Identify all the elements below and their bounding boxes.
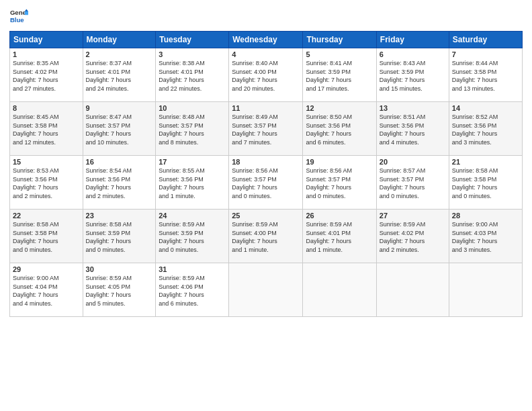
weekday-header-friday: Friday	[376, 32, 449, 48]
logo: General Blue	[9, 7, 28, 26]
day-info: Sunrise: 8:51 AMSunset: 3:56 PMDaylight:…	[380, 113, 446, 146]
day-info: Sunrise: 8:47 AMSunset: 3:57 PMDaylight:…	[86, 113, 153, 146]
day-number: 7	[452, 50, 519, 58]
calendar-cell: 7Sunrise: 8:44 AMSunset: 3:58 PMDaylight…	[449, 48, 522, 102]
calendar-cell: 21Sunrise: 8:58 AMSunset: 3:58 PMDayligh…	[449, 156, 522, 210]
day-number: 15	[13, 158, 80, 166]
day-info: Sunrise: 8:59 AMSunset: 4:05 PMDaylight:…	[86, 274, 153, 308]
header-row: SundayMondayTuesdayWednesdayThursdayFrid…	[10, 32, 523, 48]
day-info: Sunrise: 8:40 AMSunset: 4:00 PMDaylight:…	[232, 59, 300, 93]
day-info: Sunrise: 8:53 AMSunset: 3:56 PMDaylight:…	[13, 167, 80, 200]
day-number: 18	[232, 158, 300, 166]
day-number: 16	[86, 158, 153, 166]
day-info: Sunrise: 8:56 AMSunset: 3:57 PMDaylight:…	[306, 167, 373, 200]
calendar-cell: 20Sunrise: 8:57 AMSunset: 3:57 PMDayligh…	[376, 156, 449, 210]
day-info: Sunrise: 8:59 AMSunset: 4:01 PMDaylight:…	[306, 220, 373, 254]
calendar-cell: 15Sunrise: 8:53 AMSunset: 3:56 PMDayligh…	[10, 156, 83, 210]
day-number: 13	[380, 104, 446, 112]
day-number: 12	[306, 104, 373, 112]
day-info: Sunrise: 8:41 AMSunset: 3:59 PMDaylight:…	[306, 59, 373, 93]
calendar-cell: 22Sunrise: 8:58 AMSunset: 3:58 PMDayligh…	[10, 210, 83, 263]
calendar-cell: 31Sunrise: 8:59 AMSunset: 4:06 PMDayligh…	[156, 263, 229, 317]
day-info: Sunrise: 8:54 AMSunset: 3:56 PMDaylight:…	[86, 167, 153, 200]
weekday-header-saturday: Saturday	[449, 32, 522, 48]
day-number: 11	[232, 104, 300, 112]
weekday-header-tuesday: Tuesday	[156, 32, 229, 48]
day-number: 22	[13, 212, 80, 220]
calendar-cell: 4Sunrise: 8:40 AMSunset: 4:00 PMDaylight…	[229, 48, 303, 102]
day-info: Sunrise: 8:50 AMSunset: 3:56 PMDaylight:…	[306, 113, 373, 146]
calendar-cell: 8Sunrise: 8:45 AMSunset: 3:58 PMDaylight…	[10, 102, 83, 156]
calendar-cell: 9Sunrise: 8:47 AMSunset: 3:57 PMDaylight…	[83, 102, 156, 156]
calendar-cell: 2Sunrise: 8:37 AMSunset: 4:01 PMDaylight…	[83, 48, 156, 102]
day-info: Sunrise: 8:59 AMSunset: 4:06 PMDaylight:…	[159, 274, 226, 308]
week-row-1: 1Sunrise: 8:35 AMSunset: 4:02 PMDaylight…	[10, 48, 523, 102]
calendar-cell: 14Sunrise: 8:52 AMSunset: 3:56 PMDayligh…	[449, 102, 522, 156]
day-number: 25	[232, 212, 300, 220]
calendar-cell: 29Sunrise: 9:00 AMSunset: 4:04 PMDayligh…	[10, 263, 83, 317]
logo-icon: General Blue	[9, 7, 28, 26]
day-number: 10	[159, 104, 226, 112]
week-row-5: 29Sunrise: 9:00 AMSunset: 4:04 PMDayligh…	[10, 263, 523, 317]
day-info: Sunrise: 8:56 AMSunset: 3:57 PMDaylight:…	[232, 167, 300, 200]
day-number: 30	[86, 265, 153, 273]
day-number: 8	[13, 104, 80, 112]
calendar-cell: 30Sunrise: 8:59 AMSunset: 4:05 PMDayligh…	[83, 263, 156, 317]
svg-marker-3	[25, 11, 28, 15]
day-number: 17	[159, 158, 226, 166]
day-info: Sunrise: 8:49 AMSunset: 3:57 PMDaylight:…	[232, 113, 300, 146]
calendar-cell: 6Sunrise: 8:43 AMSunset: 3:59 PMDaylight…	[376, 48, 449, 102]
day-number: 14	[452, 104, 519, 112]
weekday-header-monday: Monday	[83, 32, 156, 48]
day-info: Sunrise: 8:44 AMSunset: 3:58 PMDaylight:…	[452, 59, 519, 93]
calendar-cell: 5Sunrise: 8:41 AMSunset: 3:59 PMDaylight…	[303, 48, 376, 102]
week-row-3: 15Sunrise: 8:53 AMSunset: 3:56 PMDayligh…	[10, 156, 523, 210]
calendar-cell: 13Sunrise: 8:51 AMSunset: 3:56 PMDayligh…	[376, 102, 449, 156]
calendar-cell: 11Sunrise: 8:49 AMSunset: 3:57 PMDayligh…	[229, 102, 303, 156]
calendar-cell: 3Sunrise: 8:38 AMSunset: 4:01 PMDaylight…	[156, 48, 229, 102]
week-row-2: 8Sunrise: 8:45 AMSunset: 3:58 PMDaylight…	[10, 102, 523, 156]
day-info: Sunrise: 8:37 AMSunset: 4:01 PMDaylight:…	[86, 59, 153, 93]
calendar-cell	[449, 263, 522, 317]
weekday-header-thursday: Thursday	[303, 32, 376, 48]
svg-text:Blue: Blue	[10, 16, 24, 24]
day-number: 24	[159, 212, 226, 220]
day-number: 3	[159, 50, 226, 58]
day-info: Sunrise: 8:52 AMSunset: 3:56 PMDaylight:…	[452, 113, 519, 146]
header: General Blue	[9, 7, 523, 26]
page: General Blue SundayMondayTuesdayWednesda…	[0, 0, 532, 411]
day-info: Sunrise: 8:55 AMSunset: 3:56 PMDaylight:…	[159, 167, 226, 200]
day-info: Sunrise: 8:58 AMSunset: 3:59 PMDaylight:…	[86, 220, 153, 254]
day-info: Sunrise: 8:35 AMSunset: 4:02 PMDaylight:…	[13, 59, 80, 93]
weekday-header-wednesday: Wednesday	[229, 32, 303, 48]
day-info: Sunrise: 8:57 AMSunset: 3:57 PMDaylight:…	[380, 167, 446, 200]
day-info: Sunrise: 8:59 AMSunset: 4:00 PMDaylight:…	[232, 220, 300, 254]
day-number: 28	[452, 212, 519, 220]
day-number: 23	[86, 212, 153, 220]
calendar-cell: 19Sunrise: 8:56 AMSunset: 3:57 PMDayligh…	[303, 156, 376, 210]
day-number: 9	[86, 104, 153, 112]
day-info: Sunrise: 8:48 AMSunset: 3:57 PMDaylight:…	[159, 113, 226, 146]
day-number: 31	[159, 265, 226, 273]
day-number: 1	[13, 50, 80, 58]
calendar-cell: 27Sunrise: 8:59 AMSunset: 4:02 PMDayligh…	[376, 210, 449, 263]
calendar-cell: 12Sunrise: 8:50 AMSunset: 3:56 PMDayligh…	[303, 102, 376, 156]
weekday-header-sunday: Sunday	[10, 32, 83, 48]
calendar-cell: 18Sunrise: 8:56 AMSunset: 3:57 PMDayligh…	[229, 156, 303, 210]
calendar-cell: 26Sunrise: 8:59 AMSunset: 4:01 PMDayligh…	[303, 210, 376, 263]
day-number: 20	[380, 158, 446, 166]
day-info: Sunrise: 8:45 AMSunset: 3:58 PMDaylight:…	[13, 113, 80, 146]
day-info: Sunrise: 8:58 AMSunset: 3:58 PMDaylight:…	[452, 167, 519, 200]
day-number: 29	[13, 265, 80, 273]
day-number: 21	[452, 158, 519, 166]
calendar: SundayMondayTuesdayWednesdayThursdayFrid…	[9, 31, 523, 317]
calendar-cell: 23Sunrise: 8:58 AMSunset: 3:59 PMDayligh…	[83, 210, 156, 263]
calendar-cell	[229, 263, 303, 317]
day-info: Sunrise: 8:43 AMSunset: 3:59 PMDaylight:…	[380, 59, 446, 93]
day-number: 4	[232, 50, 300, 58]
calendar-cell: 28Sunrise: 9:00 AMSunset: 4:03 PMDayligh…	[449, 210, 522, 263]
calendar-cell: 17Sunrise: 8:55 AMSunset: 3:56 PMDayligh…	[156, 156, 229, 210]
day-info: Sunrise: 8:58 AMSunset: 3:58 PMDaylight:…	[13, 220, 80, 254]
calendar-cell: 24Sunrise: 8:59 AMSunset: 3:59 PMDayligh…	[156, 210, 229, 263]
day-info: Sunrise: 9:00 AMSunset: 4:03 PMDaylight:…	[452, 220, 519, 254]
